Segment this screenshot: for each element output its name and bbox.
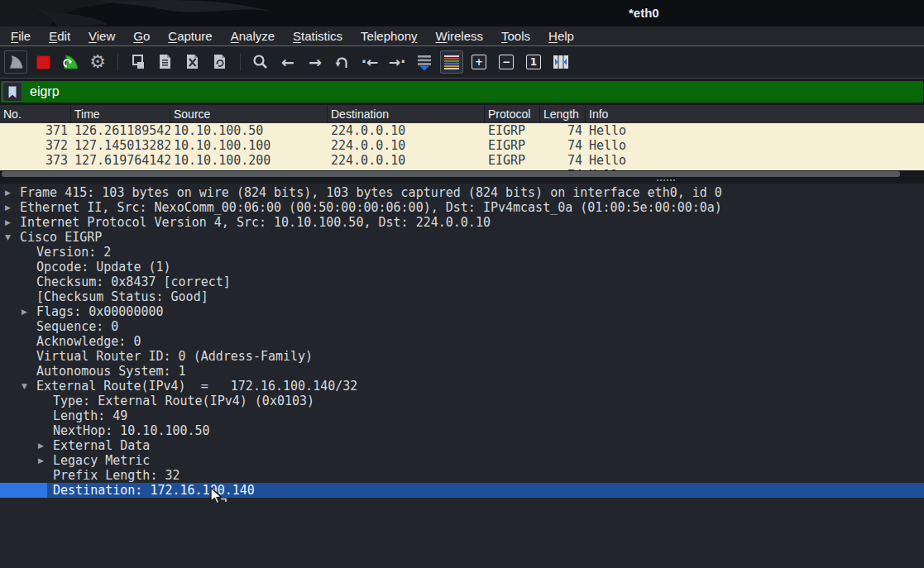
menu-item-file[interactable]: File: [2, 29, 40, 43]
desktop-dragon-art: [0, 0, 397, 26]
menu-item-tools[interactable]: Tools: [492, 29, 539, 43]
detail-text: Acknowledge: 0: [36, 334, 141, 349]
stop-square-icon: [36, 55, 50, 69]
column-header-info[interactable]: Info: [586, 105, 924, 123]
detail-text: Flags: 0x00000000: [36, 304, 164, 319]
splitter-grip: [657, 179, 675, 181]
reload-file-button[interactable]: [208, 50, 232, 74]
go-to-packet-button[interactable]: [331, 50, 354, 74]
packet-row[interactable]: 371126.26118954210.10.100.50224.0.0.10EI…: [0, 123, 924, 138]
column-header-protocol[interactable]: Protocol: [485, 105, 540, 123]
detail-line[interactable]: NextHop: 10.10.100.50: [0, 423, 924, 438]
cell-info: Hello: [586, 153, 924, 168]
detail-line[interactable]: Prefix Length: 32: [0, 468, 924, 483]
zoom-100-icon: 1: [526, 55, 541, 69]
go-forward-button[interactable]: →: [304, 50, 327, 74]
menu-item-view[interactable]: View: [79, 29, 124, 43]
cell-length: 74: [540, 123, 586, 138]
detail-line[interactable]: Version: 2: [0, 245, 924, 260]
zoom-out-button[interactable]: −: [495, 50, 518, 74]
column-header-destination[interactable]: Destination: [328, 105, 485, 123]
detail-line[interactable]: ▼External Route(IPv4) = 172.16.100.140/3…: [0, 379, 924, 394]
previous-packet-button[interactable]: ·←: [358, 50, 381, 74]
open-file-button[interactable]: [127, 50, 150, 74]
detail-line[interactable]: Autonomous System: 1: [0, 364, 924, 379]
detail-line[interactable]: Sequence: 0: [0, 319, 924, 334]
menu-item-wireless[interactable]: Wireless: [427, 29, 493, 43]
pane-splitter[interactable]: [0, 178, 924, 184]
detail-line[interactable]: ▶Internet Protocol Version 4, Src: 10.10…: [0, 215, 924, 230]
menu-item-edit[interactable]: Edit: [40, 29, 79, 43]
detail-line[interactable]: ▶Ethernet II, Src: NexoComm_00:06:00 (00…: [0, 200, 924, 215]
filter-bookmark-button[interactable]: [2, 82, 22, 102]
filter-area: eigrp: [0, 79, 924, 105]
detail-line[interactable]: Length: 49: [0, 408, 924, 423]
menu-item-go[interactable]: Go: [124, 29, 159, 43]
detail-line[interactable]: ▶Frame 415: 103 bytes on wire (824 bits)…: [0, 185, 924, 200]
detail-line[interactable]: Acknowledge: 0: [0, 334, 924, 349]
detail-line-selected[interactable]: Destination: 172.16.100.140: [0, 483, 924, 498]
detail-text: Autonomous System: 1: [36, 364, 186, 379]
detail-line[interactable]: ▶External Data: [0, 438, 924, 453]
restart-capture-button[interactable]: [59, 50, 82, 74]
packet-list-header: No.TimeSourceDestinationProtocolLengthIn…: [0, 105, 924, 123]
tree-collapsed-icon[interactable]: ▶: [5, 215, 11, 230]
detail-line[interactable]: Virtual Router ID: 0 (Address-Family): [0, 349, 924, 364]
detail-line[interactable]: Type: External Route(IPv4) (0x0103): [0, 394, 924, 408]
menu-item-capture[interactable]: Capture: [159, 29, 221, 43]
resize-columns-button[interactable]: [549, 50, 572, 74]
tree-collapsed-icon[interactable]: ▶: [38, 438, 44, 453]
tree-expanded-icon[interactable]: ▼: [22, 379, 27, 394]
tree-collapsed-icon[interactable]: ▶: [5, 185, 11, 200]
display-filter-input[interactable]: eigrp: [1, 81, 923, 103]
toolbar-separator: [240, 53, 241, 71]
cell-protocol: EIGRP: [485, 138, 540, 153]
tree-collapsed-icon[interactable]: ▶: [38, 453, 44, 468]
capture-options-button[interactable]: ⚙: [86, 50, 109, 74]
packet-row[interactable]: 372127.14501328210.10.100.100224.0.0.10E…: [0, 138, 924, 153]
start-capture-button[interactable]: [4, 50, 27, 74]
cell-length: 74: [540, 138, 586, 153]
detail-line[interactable]: [Checksum Status: Good]: [0, 289, 924, 304]
tree-collapsed-icon[interactable]: ▶: [22, 304, 27, 319]
detail-line[interactable]: ▶Legacy Metric: [0, 453, 924, 468]
scrollbar-thumb[interactable]: [2, 171, 900, 177]
restart-fin-icon: [60, 52, 80, 72]
bookmark-icon: [7, 86, 17, 98]
detail-text: Prefix Length: 32: [53, 468, 180, 483]
go-back-button[interactable]: ←: [276, 50, 299, 74]
detail-text: Sequence: 0: [36, 319, 118, 334]
detail-line[interactable]: ▼Cisco EIGRP: [0, 230, 924, 245]
colorize-button[interactable]: [440, 50, 463, 74]
next-packet-button[interactable]: →·: [385, 50, 409, 74]
packet-details-pane: ▶Frame 415: 103 bytes on wire (824 bits)…: [0, 184, 924, 568]
menu-item-help[interactable]: Help: [539, 29, 583, 43]
reload-file-icon: [210, 52, 230, 72]
auto-scroll-button[interactable]: [413, 50, 436, 74]
packet-row[interactable]: 373127.61976414210.10.100.200224.0.0.10E…: [0, 153, 924, 168]
detail-line[interactable]: ▶Flags: 0x00000000: [0, 304, 924, 319]
zoom-in-button[interactable]: +: [467, 50, 491, 74]
zoom-out-icon: −: [499, 55, 514, 69]
zoom-100-button[interactable]: 1: [522, 50, 545, 74]
menu-item-analyze[interactable]: Analyze: [222, 29, 284, 43]
tree-expanded-icon[interactable]: ▼: [5, 230, 11, 245]
menu-item-statistics[interactable]: Statistics: [284, 29, 352, 43]
detail-text: External Route(IPv4) = 172.16.100.140/32: [36, 379, 357, 394]
detail-text: External Data: [53, 438, 150, 453]
save-file-button[interactable]: [154, 50, 177, 74]
stop-capture-button[interactable]: [31, 50, 55, 74]
column-header-source[interactable]: Source: [170, 105, 328, 123]
cell-time: 126.261189542: [71, 123, 170, 138]
column-header-time[interactable]: Time: [71, 105, 170, 123]
horizontal-scrollbar[interactable]: [0, 170, 924, 178]
title-bar: *eth0: [0, 0, 924, 26]
find-packet-button[interactable]: [249, 50, 272, 74]
detail-line[interactable]: Opcode: Update (1): [0, 260, 924, 274]
close-file-button[interactable]: [181, 50, 204, 74]
tree-collapsed-icon[interactable]: ▶: [5, 200, 11, 215]
column-header-length[interactable]: Length: [540, 105, 586, 123]
menu-item-telephony[interactable]: Telephony: [352, 29, 426, 43]
column-header-no[interactable]: No.: [0, 105, 71, 123]
detail-line[interactable]: Checksum: 0x8437 [correct]: [0, 274, 924, 289]
